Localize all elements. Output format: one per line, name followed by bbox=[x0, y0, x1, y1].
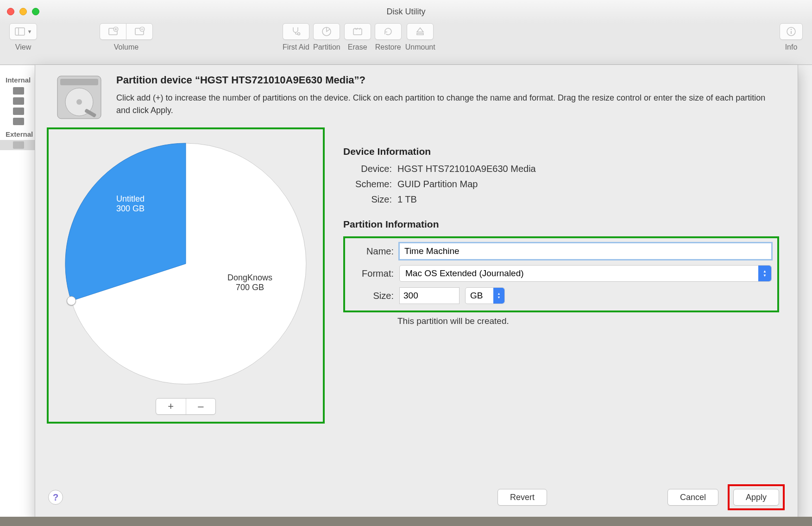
partition-info-title: Partition Information bbox=[343, 219, 779, 230]
device-label: Device: bbox=[343, 164, 392, 174]
name-label: Name: bbox=[345, 246, 394, 257]
view-button[interactable]: ▼ bbox=[9, 23, 37, 40]
revert-button[interactable]: Revert bbox=[497, 489, 547, 506]
device-value: HGST HTS721010A9E630 Media bbox=[397, 164, 536, 174]
first-aid-button[interactable] bbox=[283, 23, 309, 40]
size-unit-select[interactable]: GB bbox=[465, 287, 505, 304]
remove-partition-button[interactable]: – bbox=[186, 399, 216, 414]
minimize-window-button[interactable] bbox=[19, 8, 27, 15]
first-aid-label: First Aid bbox=[283, 43, 309, 51]
volume-add-button[interactable] bbox=[100, 23, 126, 40]
svg-rect-17 bbox=[60, 79, 98, 85]
total-size-value: 1 TB bbox=[397, 194, 417, 205]
unmount-button[interactable] bbox=[407, 23, 434, 40]
window-title: Disk Utility bbox=[387, 7, 426, 17]
volume-remove-button[interactable] bbox=[126, 23, 153, 40]
disk-icon bbox=[13, 141, 24, 149]
svg-point-15 bbox=[791, 29, 792, 30]
svg-point-9 bbox=[298, 33, 300, 35]
volume-add-icon bbox=[107, 26, 119, 37]
svg-rect-12 bbox=[417, 33, 423, 35]
info-button[interactable] bbox=[780, 23, 803, 40]
sheet-subtext: Click add (+) to increase the number of … bbox=[116, 92, 779, 117]
restore-label: Restore bbox=[375, 43, 401, 51]
partition-pie-chart[interactable]: Untitled 300 GB DongKnows 700 GB bbox=[56, 134, 315, 393]
partition-name-input[interactable] bbox=[399, 243, 772, 260]
toolbar: ▼ View Volume First Aid Partitio bbox=[0, 23, 812, 65]
total-size-label: Size: bbox=[343, 194, 392, 205]
stethoscope-icon bbox=[290, 26, 302, 37]
eject-icon bbox=[415, 26, 426, 37]
format-select[interactable]: Mac OS Extended (Journaled) bbox=[399, 265, 772, 282]
disk-icon bbox=[13, 118, 24, 125]
titlebar: Disk Utility bbox=[0, 0, 812, 23]
info-icon bbox=[786, 26, 797, 37]
form-highlight-box: Name: Format: Mac OS Extended (Journaled… bbox=[343, 236, 779, 312]
scheme-label: Scheme: bbox=[343, 179, 392, 190]
chevron-updown-icon bbox=[758, 266, 771, 281]
view-label: View bbox=[15, 43, 31, 51]
help-button[interactable]: ? bbox=[48, 490, 63, 505]
apply-button[interactable]: Apply bbox=[733, 489, 779, 506]
disk-icon bbox=[13, 108, 24, 115]
info-label: Info bbox=[785, 43, 798, 51]
svg-rect-0 bbox=[15, 28, 25, 35]
restore-button[interactable] bbox=[375, 23, 402, 40]
disk-utility-window: Disk Utility ▼ View Volume bbox=[0, 0, 812, 526]
volume-label: Volume bbox=[114, 43, 138, 51]
add-partition-button[interactable]: + bbox=[156, 399, 186, 414]
pie-highlight-box: Untitled 300 GB DongKnows 700 GB + – bbox=[47, 127, 325, 424]
partition-size-input[interactable] bbox=[399, 287, 460, 304]
cancel-button[interactable]: Cancel bbox=[667, 489, 718, 506]
size-label: Size: bbox=[345, 291, 394, 301]
maximize-window-button[interactable] bbox=[32, 8, 39, 15]
disk-icon bbox=[13, 87, 24, 95]
apply-highlight-box: Apply bbox=[728, 484, 785, 510]
format-label: Format: bbox=[345, 268, 394, 279]
svg-rect-11 bbox=[353, 29, 362, 35]
partition-hint: This partition will be created. bbox=[397, 316, 779, 326]
pie-slice-size: 700 GB bbox=[227, 283, 272, 292]
erase-label: Erase bbox=[348, 43, 367, 51]
partition-label: Partition bbox=[313, 43, 340, 51]
svg-point-19 bbox=[76, 99, 82, 105]
chevron-updown-icon bbox=[493, 288, 504, 304]
hard-drive-icon bbox=[54, 74, 105, 120]
close-window-button[interactable] bbox=[7, 8, 14, 15]
pie-resize-handle[interactable] bbox=[67, 296, 76, 305]
sidebar-icon bbox=[14, 26, 25, 37]
disk-icon bbox=[13, 97, 24, 105]
size-unit-value: GB bbox=[470, 291, 483, 301]
pie-slice-size: 300 GB bbox=[116, 204, 145, 214]
partition-sheet: Partition device “HGST HTS721010A9E630 M… bbox=[35, 65, 798, 519]
scheme-value: GUID Partition Map bbox=[397, 179, 478, 190]
erase-button[interactable] bbox=[344, 23, 371, 40]
unmount-label: Unmount bbox=[405, 43, 435, 51]
desktop-background bbox=[0, 517, 812, 526]
erase-icon bbox=[352, 26, 363, 37]
pie-slice-name: DongKnows bbox=[227, 273, 272, 283]
format-value: Mac OS Extended (Journaled) bbox=[405, 268, 524, 279]
volume-remove-icon bbox=[134, 26, 145, 37]
pie-icon bbox=[321, 26, 332, 37]
restore-icon bbox=[383, 26, 394, 37]
pie-slice-name: Untitled bbox=[116, 194, 145, 204]
sheet-heading: Partition device “HGST HTS721010A9E630 M… bbox=[116, 74, 779, 86]
device-info-title: Device Information bbox=[343, 146, 779, 157]
partition-button[interactable] bbox=[313, 23, 340, 40]
